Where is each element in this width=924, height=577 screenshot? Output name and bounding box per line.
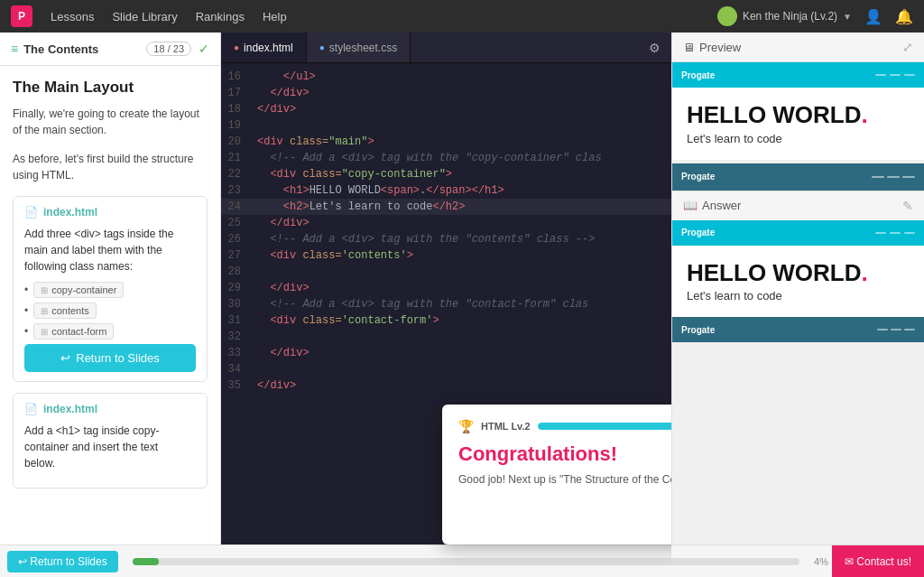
class-name-2: contents <box>51 305 89 316</box>
expand-icon[interactable]: ⤢ <box>902 40 913 54</box>
preview-title: 🖥 Preview <box>683 41 741 54</box>
task2-desc: Add a <h1> tag inside copy-container and… <box>24 423 196 471</box>
profile-icon[interactable]: 👤 <box>864 8 882 25</box>
progress-badge[interactable]: 18 / 23 <box>146 42 191 56</box>
preview-mid-dots <box>872 176 915 178</box>
code-line: 19 <box>221 117 671 134</box>
preview-topbar: Progate <box>672 62 924 88</box>
contact-button[interactable]: ✉ Contact us! <box>832 545 924 578</box>
hello-dot: . <box>862 101 868 128</box>
task2-file-icon: 📄 <box>24 403 38 415</box>
code-line: 32 <box>221 329 671 345</box>
t-dot <box>891 329 901 330</box>
return-icon: ↩ <box>60 351 70 365</box>
preview-hello-world: HELLO WORLD. <box>687 102 910 128</box>
main-layout: ≡ The Contents 18 / 23 ✓ The Main Layout… <box>0 33 924 577</box>
class-name-1: copy-container <box>51 284 116 295</box>
nav-dot <box>875 74 886 76</box>
congrats-desc: Good job! Next up is "The Structure of t… <box>458 471 671 488</box>
lesson-title: The Main Layout <box>13 79 208 97</box>
code-line: 27 <div class='contents'> <box>221 247 671 264</box>
tab-stylesheet-css[interactable]: ● stylesheet.css <box>307 33 411 62</box>
preview-frame: Progate HELLO WORLD. Let's learn to code <box>672 62 924 160</box>
nav-slide-library[interactable]: Slide Library <box>112 10 177 23</box>
sidebar-title: The Contents <box>23 42 98 56</box>
progress-percent: 4% <box>814 556 828 567</box>
code-line: 22 <div class="copy-container"> <box>221 166 671 182</box>
code-line: 34 <box>221 361 671 377</box>
answer-expand-icon[interactable]: ✎ <box>902 199 913 213</box>
exp-bar-bg <box>538 423 671 430</box>
editor-wrapper: ● index.html ● stylesheet.css ⚙ 16 </ul> <box>221 33 671 577</box>
preview-mid-logo: Progate <box>681 172 715 181</box>
code-line: 28 <box>221 264 671 280</box>
preview-nav-dots <box>875 74 915 76</box>
code-line: 23 <h1>HELLO WORLD<span>.</span></h1> <box>221 182 671 199</box>
settings-icon[interactable]: ⚙ <box>638 41 671 55</box>
congratulations-panel: ✕ 🏆 HTML Lv.2 (+ 100 EXP) Congratulation… <box>442 405 671 544</box>
answer-third-logo: Progate <box>681 325 715 335</box>
sidebar-title-row: ≡ The Contents <box>11 42 98 56</box>
progress-bar <box>133 558 799 565</box>
code-line: 21 <!-- Add a <div> tag with the "copy-c… <box>221 150 671 166</box>
congrats-actions: See Answer Continue <box>458 500 671 530</box>
chevron-down-icon: ▼ <box>843 12 852 22</box>
nav-rankings[interactable]: Rankings <box>196 10 245 23</box>
return-to-slides-button-1[interactable]: ↩ Return to Slides <box>24 344 196 372</box>
task-card-1: 📄 index.html Add three <div> tags inside… <box>13 196 208 382</box>
contents-icon: ≡ <box>11 42 18 56</box>
user-info[interactable]: Ken the Ninja (Lv.2) ▼ <box>717 6 852 26</box>
a-dot <box>904 232 915 234</box>
html-icon: ● <box>234 42 239 52</box>
copy-icon: ⊞ <box>41 285 48 295</box>
bell-icon[interactable]: 🔔 <box>895 8 913 25</box>
nav-dot <box>890 74 901 76</box>
book-icon: 📖 <box>683 199 698 212</box>
code-line: 25 </div> <box>221 215 671 231</box>
task1-desc: Add three <div> tags inside the main and… <box>24 226 196 275</box>
navbar-right: Ken the Ninja (Lv.2) ▼ 👤 🔔 <box>717 6 913 26</box>
code-line: 20 <div class="main"> <box>221 134 671 150</box>
code-line: 33 </div> <box>221 345 671 361</box>
copy-icon-2: ⊞ <box>41 306 48 316</box>
answer-subtitle: Let's learn to code <box>687 289 910 302</box>
answer-title-row: 📖 Answer <box>683 199 741 212</box>
code-line-active: 24 <h2>Let's learn to code</h2> <box>221 199 671 215</box>
css-icon: ● <box>319 42 325 52</box>
code-line: 16 </ul> <box>221 69 671 85</box>
preview-body: HELLO WORLD. Let's learn to code <box>672 88 924 160</box>
task1-file-icon: 📄 <box>24 206 38 219</box>
tab-label-css: stylesheet.css <box>329 42 397 54</box>
answer-nav-dots <box>875 232 915 234</box>
return-slides-button-bottom[interactable]: ↩ Return to Slides <box>7 551 118 572</box>
nav-lessons[interactable]: Lessons <box>51 10 94 23</box>
check-icon: ✓ <box>199 42 209 56</box>
nav-help[interactable]: Help <box>263 10 287 23</box>
code-line: 17 </div> <box>221 85 671 101</box>
t-dot <box>877 329 888 330</box>
answer-third-bar: Progate <box>672 317 924 342</box>
trophy-icon: 🏆 <box>458 419 474 433</box>
tab-index-html[interactable]: ● index.html <box>221 33 307 62</box>
tab-label-html: index.html <box>244 42 293 54</box>
exp-bar-fill <box>538 423 671 430</box>
sidebar-content: The Main Layout Finally, we're going to … <box>0 66 220 498</box>
answer-frame: Progate HELLO WORLD. Let's learn to code <box>672 220 924 343</box>
preview-area: 🖥 Preview ⤢ Progate HELLO WORLD. Let's l… <box>671 33 924 577</box>
task2-filename: index.html <box>43 403 97 415</box>
mid-dot <box>887 176 900 178</box>
preview-logo: Progate <box>681 70 715 80</box>
code-line: 26 <!-- Add a <div> tag with the "conten… <box>221 231 671 247</box>
t-dot <box>904 329 915 330</box>
bottom-bar: ↩ Return to Slides 4% ✉ Contact us! <box>0 544 924 577</box>
class-badge-contents: ⊞ contents <box>33 302 97 319</box>
navbar: P Lessons Slide Library Rankings Help Ke… <box>0 0 924 33</box>
answer-dot: . <box>862 259 868 286</box>
task1-filename: index.html <box>43 206 97 219</box>
list-item: ⊞ copy-container <box>24 282 196 298</box>
code-line: 31 <div class='contact-form'> <box>221 312 671 329</box>
level-label: HTML Lv.2 <box>481 421 531 432</box>
list-item: ⊞ contents <box>24 302 196 319</box>
preview-section-mid: Progate <box>672 163 924 191</box>
return-label: Return to Slides <box>76 351 160 365</box>
